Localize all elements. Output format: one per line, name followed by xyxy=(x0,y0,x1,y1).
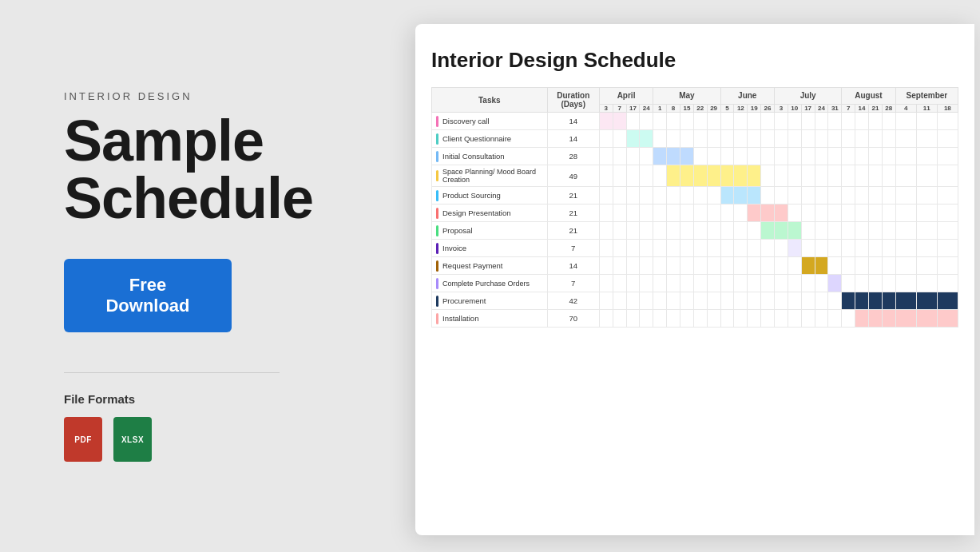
gc-12-14 xyxy=(774,310,788,328)
gc-5-21 xyxy=(869,187,883,205)
gc-3-21 xyxy=(869,148,883,165)
gc-11-10 xyxy=(720,292,734,310)
task-label-5: Product Sourcing xyxy=(432,187,548,205)
duration-9: 14 xyxy=(547,257,599,275)
gc-4-14 xyxy=(774,165,788,187)
gc-5-13 xyxy=(761,187,775,205)
duration-2: 14 xyxy=(547,130,599,148)
day-17b: 17 xyxy=(801,104,815,112)
day-24b: 24 xyxy=(815,104,828,112)
xlsx-label: XLSX xyxy=(121,435,144,444)
gc-5-14 xyxy=(774,187,788,205)
gc-8-21 xyxy=(869,240,883,257)
gc-8-25 xyxy=(937,240,958,257)
gc-6-16 xyxy=(801,205,815,222)
gc-9-4 xyxy=(640,257,653,275)
gc-10-1 xyxy=(599,275,613,292)
day-15: 15 xyxy=(680,104,693,112)
month-may: May xyxy=(653,88,720,105)
gc-12-15 xyxy=(788,310,801,328)
gc-2-12 xyxy=(748,130,761,148)
gc-2-5 xyxy=(653,130,667,148)
gc-7-5 xyxy=(653,222,667,240)
gc-1-2 xyxy=(613,113,626,130)
download-button[interactable]: Free Download xyxy=(64,259,232,332)
gc-2-22 xyxy=(882,130,895,148)
gc-9-20 xyxy=(855,257,869,275)
gc-2-17 xyxy=(815,130,828,148)
gc-10-8 xyxy=(693,275,707,292)
gc-2-11 xyxy=(734,130,748,148)
gc-2-9 xyxy=(707,130,720,148)
gc-4-4 xyxy=(640,165,653,187)
gc-1-5 xyxy=(653,113,667,130)
gc-2-16 xyxy=(801,130,815,148)
gc-8-1 xyxy=(599,240,613,257)
gc-9-19 xyxy=(842,257,855,275)
gc-10-11 xyxy=(734,275,748,292)
gc-10-6 xyxy=(667,275,680,292)
gc-2-24 xyxy=(916,130,937,148)
duration-3: 28 xyxy=(547,148,599,165)
gc-1-24 xyxy=(916,113,937,130)
gc-7-15 xyxy=(788,222,801,240)
duration-7: 21 xyxy=(547,222,599,240)
day-24: 24 xyxy=(640,104,653,112)
table-row: Initial Consultation 28 xyxy=(432,148,958,165)
gc-8-23 xyxy=(895,240,916,257)
gc-5-25 xyxy=(937,187,958,205)
gc-3-13 xyxy=(761,148,775,165)
gc-4-5 xyxy=(653,165,667,187)
gc-3-1 xyxy=(599,148,613,165)
gc-11-24 xyxy=(916,292,937,310)
gc-9-1 xyxy=(599,257,613,275)
gc-10-18 xyxy=(828,275,842,292)
gc-7-10 xyxy=(720,222,734,240)
month-june: June xyxy=(720,88,774,105)
gc-10-20 xyxy=(855,275,869,292)
gc-6-12 xyxy=(748,205,761,222)
gc-3-15 xyxy=(788,148,801,165)
gc-5-5 xyxy=(653,187,667,205)
gc-11-18 xyxy=(828,292,842,310)
gc-10-25 xyxy=(937,275,958,292)
gc-4-11 xyxy=(734,165,748,187)
gc-5-3 xyxy=(626,187,640,205)
gc-12-17 xyxy=(815,310,828,328)
gc-1-12 xyxy=(748,113,761,130)
gc-7-23 xyxy=(895,222,916,240)
day-14: 14 xyxy=(855,104,869,112)
gc-1-22 xyxy=(882,113,895,130)
gc-3-4 xyxy=(640,148,653,165)
gc-12-10 xyxy=(720,310,734,328)
chart-title: Interior Design Schedule xyxy=(431,48,958,73)
gc-7-4 xyxy=(640,222,653,240)
gc-7-8 xyxy=(693,222,707,240)
gc-5-18 xyxy=(828,187,842,205)
gc-10-4 xyxy=(640,275,653,292)
gc-7-18 xyxy=(828,222,842,240)
gc-4-1 xyxy=(599,165,613,187)
gc-3-10 xyxy=(720,148,734,165)
duration-11: 42 xyxy=(547,292,599,310)
gc-10-21 xyxy=(869,275,883,292)
gc-12-11 xyxy=(734,310,748,328)
day-18: 18 xyxy=(937,104,958,112)
gc-8-3 xyxy=(626,240,640,257)
gc-3-24 xyxy=(916,148,937,165)
table-row: Request Payment 14 xyxy=(432,257,958,275)
gc-10-15 xyxy=(788,275,801,292)
day-7b: 7 xyxy=(842,104,855,112)
gc-4-17 xyxy=(815,165,828,187)
gc-12-20 xyxy=(855,310,869,328)
gc-6-10 xyxy=(720,205,734,222)
gc-2-21 xyxy=(869,130,883,148)
month-september: September xyxy=(895,88,958,105)
gc-1-6 xyxy=(667,113,680,130)
gc-5-17 xyxy=(815,187,828,205)
gc-12-3 xyxy=(626,310,640,328)
gc-1-20 xyxy=(855,113,869,130)
gc-1-8 xyxy=(693,113,707,130)
day-5: 5 xyxy=(720,104,734,112)
gc-11-19 xyxy=(842,292,855,310)
